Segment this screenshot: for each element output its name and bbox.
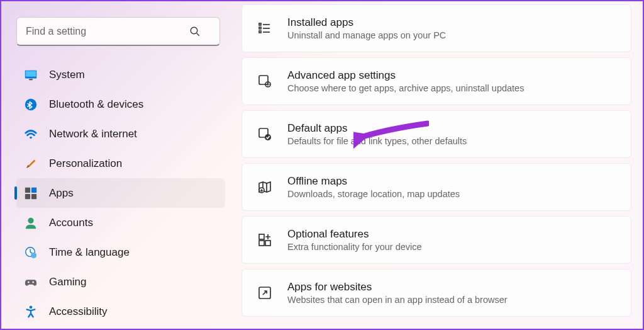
sidebar-nav: System Bluetooth & devices Network & int… xyxy=(16,60,225,326)
svg-rect-8 xyxy=(31,187,36,192)
card-text: Installed apps Uninstall and manage apps… xyxy=(287,16,446,40)
card-advanced-app-settings[interactable]: Advanced app settings Choose where to ge… xyxy=(242,57,631,105)
sidebar-item-gaming[interactable]: Gaming xyxy=(16,267,225,297)
card-offline-maps[interactable]: Offline maps Downloads, storage location… xyxy=(242,163,631,211)
gamepad-icon xyxy=(24,275,38,289)
settings-window: System Bluetooth & devices Network & int… xyxy=(1,1,643,329)
svg-rect-7 xyxy=(25,187,30,192)
app-check-icon xyxy=(256,125,274,143)
card-text: Optional features Extra functionality fo… xyxy=(287,228,422,252)
sidebar-item-label: Bluetooth & devices xyxy=(49,98,143,111)
card-title: Default apps xyxy=(287,122,467,135)
card-default-apps[interactable]: Default apps Defaults for file and link … xyxy=(242,110,631,158)
sidebar-item-label: Apps xyxy=(49,187,74,200)
card-desc: Downloads, storage location, map updates xyxy=(287,189,460,199)
sidebar-item-label: Accounts xyxy=(49,217,93,229)
card-text: Apps for websites Websites that can open… xyxy=(287,281,508,305)
accessibility-icon xyxy=(24,305,38,319)
svg-point-26 xyxy=(265,134,271,140)
svg-rect-3 xyxy=(26,71,36,76)
sidebar-item-label: Time & language xyxy=(49,246,130,259)
card-desc: Choose where to get apps, archive apps, … xyxy=(287,83,524,93)
card-installed-apps[interactable]: Installed apps Uninstall and manage apps… xyxy=(242,4,631,52)
map-download-icon xyxy=(256,178,274,196)
svg-point-13 xyxy=(31,253,36,258)
svg-rect-30 xyxy=(265,241,270,246)
sidebar-item-accounts[interactable]: Accounts xyxy=(16,208,225,237)
app-gear-icon xyxy=(256,72,274,90)
card-title: Advanced app settings xyxy=(287,69,524,82)
card-desc: Websites that can open in an app instead… xyxy=(287,295,508,305)
svg-rect-20 xyxy=(259,23,261,25)
search-input[interactable] xyxy=(16,17,220,46)
card-desc: Defaults for file and link types, other … xyxy=(287,136,467,146)
card-text: Offline maps Downloads, storage location… xyxy=(287,175,460,199)
sidebar-item-time-language[interactable]: Time & language xyxy=(16,237,225,267)
svg-rect-4 xyxy=(29,79,33,80)
card-title: Installed apps xyxy=(287,16,446,29)
card-title: Apps for websites xyxy=(287,281,508,293)
card-desc: Extra functionality for your device xyxy=(287,242,422,252)
wifi-icon xyxy=(24,127,38,141)
search-box xyxy=(16,17,225,46)
sidebar-item-label: Gaming xyxy=(49,276,87,288)
sidebar-item-bluetooth[interactable]: Bluetooth & devices xyxy=(16,89,225,119)
sidebar-item-label: Personalization xyxy=(49,157,122,170)
sidebar-item-personalization[interactable]: Personalization xyxy=(16,149,225,178)
sidebar-item-label: Network & internet xyxy=(49,128,137,140)
sidebar-item-apps[interactable]: Apps xyxy=(16,178,225,208)
svg-rect-10 xyxy=(31,193,36,198)
svg-point-11 xyxy=(28,217,33,223)
brush-icon xyxy=(24,157,38,171)
apps-icon xyxy=(24,186,38,200)
svg-rect-28 xyxy=(259,234,264,239)
sidebar-item-label: System xyxy=(49,69,85,81)
monitor-icon xyxy=(24,68,38,82)
svg-rect-9 xyxy=(25,193,30,198)
sidebar: System Bluetooth & devices Network & int… xyxy=(1,1,234,329)
svg-rect-23 xyxy=(259,76,268,84)
card-optional-features[interactable]: Optional features Extra functionality fo… xyxy=(242,216,631,264)
card-apps-for-websites[interactable]: Apps for websites Websites that can open… xyxy=(242,269,631,317)
svg-rect-22 xyxy=(259,31,261,33)
link-out-icon xyxy=(256,284,274,302)
person-icon xyxy=(24,216,38,230)
main-content: Installed apps Uninstall and manage apps… xyxy=(234,1,643,329)
list-icon xyxy=(256,20,274,37)
svg-point-14 xyxy=(32,281,34,283)
sidebar-item-label: Accessibility xyxy=(49,305,108,318)
grid-plus-icon xyxy=(256,231,274,249)
bluetooth-icon xyxy=(24,98,38,111)
svg-rect-29 xyxy=(259,241,264,246)
sidebar-item-system[interactable]: System xyxy=(16,60,225,89)
svg-rect-21 xyxy=(259,27,261,29)
card-text: Advanced app settings Choose where to ge… xyxy=(287,69,524,93)
sidebar-item-network[interactable]: Network & internet xyxy=(16,119,225,149)
card-title: Offline maps xyxy=(287,175,460,188)
svg-point-6 xyxy=(30,136,32,139)
svg-point-16 xyxy=(30,305,33,309)
clock-globe-icon xyxy=(24,246,38,259)
sidebar-item-accessibility[interactable]: Accessibility xyxy=(16,297,225,326)
card-text: Default apps Defaults for file and link … xyxy=(287,122,467,146)
card-title: Optional features xyxy=(287,228,422,241)
svg-point-15 xyxy=(28,281,30,283)
card-desc: Uninstall and manage apps on your PC xyxy=(287,30,446,40)
